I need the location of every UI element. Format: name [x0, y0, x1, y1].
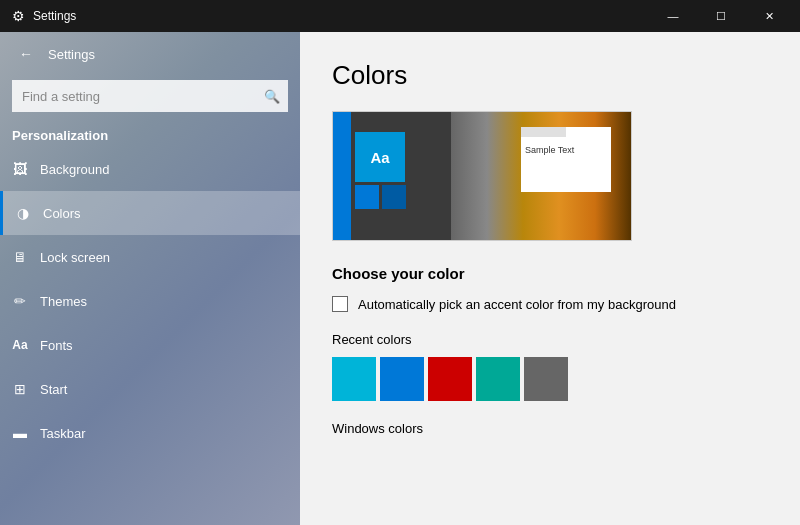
colors-icon: ◑ [15, 205, 31, 221]
preview-tile-small2 [382, 185, 406, 209]
section-choose-title: Choose your color [332, 265, 768, 282]
preview-tile-aa: Aa [355, 132, 405, 182]
sidebar-item-colors[interactable]: ◑ Colors [0, 191, 300, 235]
minimize-button[interactable]: — [650, 0, 696, 32]
taskbar-icon: ▬ [12, 425, 28, 441]
sidebar-item-taskbar[interactable]: ▬ Taskbar [0, 411, 300, 455]
color-swatch-0[interactable] [332, 357, 376, 401]
titlebar: ⚙ Settings — ☐ ✕ [0, 0, 800, 32]
search-icon[interactable]: 🔍 [260, 84, 284, 108]
windows-colors-title: Windows colors [332, 421, 768, 436]
content-area: Colors Aa Sample Text Choose your color [300, 32, 800, 525]
themes-icon: ✏ [12, 293, 28, 309]
recent-colors-title: Recent colors [332, 332, 768, 347]
color-swatch-4[interactable] [524, 357, 568, 401]
sidebar-item-fonts[interactable]: Aa Fonts [0, 323, 300, 367]
settings-icon: ⚙ [12, 8, 25, 24]
sidebar-section-label: Personalization [0, 120, 300, 147]
preview-window: Sample Text [521, 127, 611, 192]
color-swatch-2[interactable] [428, 357, 472, 401]
preview-blue-sidebar [333, 112, 351, 240]
sidebar-item-themes[interactable]: ✏ Themes [0, 279, 300, 323]
preview-window-bar [521, 127, 566, 137]
lockscreen-icon: 🖥 [12, 249, 28, 265]
sidebar-item-lockscreen[interactable]: 🖥 Lock screen [0, 235, 300, 279]
close-button[interactable]: ✕ [746, 0, 792, 32]
sidebar-item-label-background: Background [40, 162, 109, 177]
preview-tiles: Aa [355, 132, 406, 209]
auto-accent-label: Automatically pick an accent color from … [358, 297, 676, 312]
sidebar-item-label-fonts: Fonts [40, 338, 73, 353]
titlebar-left: ⚙ Settings [12, 8, 76, 24]
color-swatch-1[interactable] [380, 357, 424, 401]
preview-tile-small1 [355, 185, 379, 209]
sidebar-item-label-taskbar: Taskbar [40, 426, 86, 441]
page-title: Colors [332, 60, 768, 91]
fonts-icon: Aa [12, 338, 28, 352]
preview-window-text: Sample Text [521, 143, 611, 157]
recent-colors-swatches [332, 357, 768, 401]
titlebar-controls: — ☐ ✕ [650, 0, 792, 32]
color-preview: Aa Sample Text [332, 111, 632, 241]
sidebar-app-title: Settings [48, 47, 95, 62]
auto-accent-row: Automatically pick an accent color from … [332, 296, 768, 312]
search-box: 🔍 [12, 80, 288, 112]
sidebar-item-background[interactable]: 🖼 Background [0, 147, 300, 191]
search-input[interactable] [12, 80, 288, 112]
sidebar-nav-top: ← Settings [0, 32, 300, 76]
sidebar: ← Settings 🔍 Personalization 🖼 Backgroun… [0, 32, 300, 525]
background-icon: 🖼 [12, 161, 28, 177]
preview-tile-row [355, 185, 406, 209]
back-button[interactable]: ← [12, 40, 40, 68]
color-swatch-3[interactable] [476, 357, 520, 401]
start-icon: ⊞ [12, 381, 28, 397]
titlebar-title: Settings [33, 9, 76, 23]
sidebar-item-label-colors: Colors [43, 206, 81, 221]
sidebar-item-start[interactable]: ⊞ Start [0, 367, 300, 411]
sidebar-item-label-start: Start [40, 382, 67, 397]
auto-accent-checkbox[interactable] [332, 296, 348, 312]
sidebar-item-label-lockscreen: Lock screen [40, 250, 110, 265]
app-body: ← Settings 🔍 Personalization 🖼 Backgroun… [0, 32, 800, 525]
maximize-button[interactable]: ☐ [698, 0, 744, 32]
sidebar-item-label-themes: Themes [40, 294, 87, 309]
